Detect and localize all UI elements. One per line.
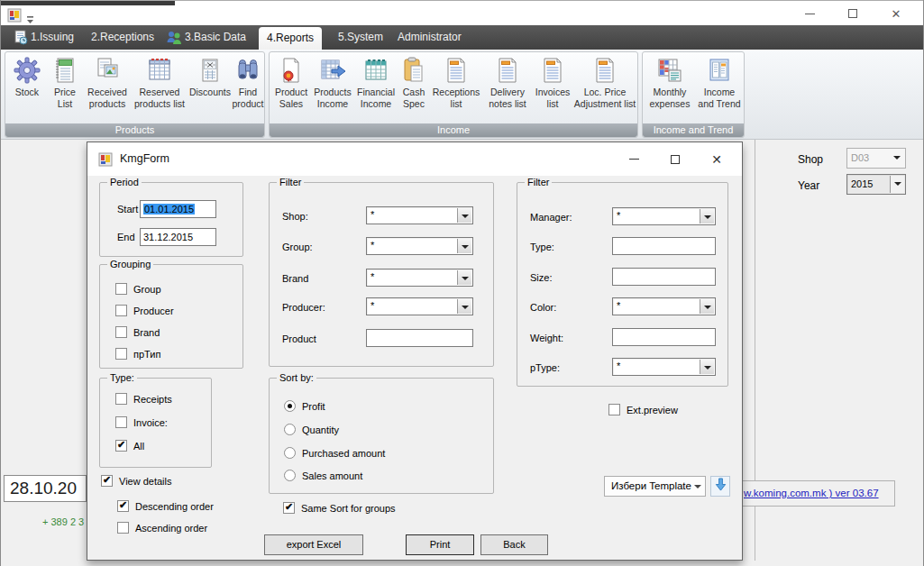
ribbon-item-loc-price-adjustment-list[interactable]: Loc. Price Adjustment list [572, 56, 637, 110]
combo-arrow[interactable] [457, 208, 471, 223]
ribbon-item-discounts[interactable]: Discounts [188, 56, 233, 98]
ribbon-item-label: Product Sales [275, 87, 307, 109]
ribbon-item-monthly-expenses[interactable]: Monthly expenses [645, 56, 695, 110]
producer-checkbox[interactable] [115, 305, 127, 316]
view-details-label[interactable]: View details [119, 475, 172, 488]
quantity-radio-label[interactable]: Quantity [302, 424, 339, 436]
template-dropdown[interactable]: Избери Template [604, 476, 706, 497]
website-link[interactable]: w.koming.com.mk ) ver 03.67 [744, 488, 879, 498]
tab-receptions[interactable]: 2.Receptions [91, 25, 154, 50]
invoice-checkbox[interactable] [115, 416, 127, 428]
same-sort-checkbox[interactable] [283, 502, 295, 514]
group-filter-combobox[interactable]: * [366, 237, 473, 255]
invoice-checkbox-label[interactable]: Invoice: [133, 416, 168, 429]
brand-filter-value: * [371, 271, 374, 282]
back-button[interactable]: Back [480, 534, 548, 555]
print-button[interactable]: Print [406, 534, 474, 555]
dialog-close-button[interactable]: ✕ [699, 142, 735, 176]
descending-order-checkbox[interactable] [117, 500, 129, 512]
purchased-amount-radio[interactable] [284, 447, 296, 459]
ribbon-item-stock[interactable]: Stock [7, 56, 47, 98]
weight-filter-field[interactable] [612, 328, 716, 346]
combo-arrow[interactable] [457, 270, 471, 285]
document-list-icon [430, 56, 482, 85]
manager-filter-combobox[interactable]: * [612, 207, 716, 225]
all-checkbox-label[interactable]: All [133, 440, 144, 452]
size-filter-field[interactable] [612, 268, 716, 286]
start-date-field[interactable]: 01.01.2015 [140, 200, 216, 218]
shop-filter-combobox[interactable]: * [366, 206, 473, 224]
receipts-checkbox-label[interactable]: Receipts [133, 393, 172, 406]
load-template-button[interactable] [710, 476, 730, 497]
combo-arrow[interactable] [457, 239, 471, 253]
producer-filter-combobox[interactable]: * [366, 297, 473, 315]
group-checkbox[interactable] [115, 283, 127, 295]
table-teal-icon [354, 56, 398, 85]
ascending-order-label[interactable]: Ascending order [135, 522, 207, 534]
profit-radio[interactable] [284, 400, 296, 412]
tab-system[interactable]: 5.System [338, 25, 383, 50]
combo-arrow[interactable] [700, 360, 714, 374]
view-details-checkbox[interactable] [101, 475, 113, 487]
sales-amount-radio[interactable] [284, 470, 296, 481]
producer-checkbox-label[interactable]: Producer [133, 305, 174, 317]
ptype-filter-combobox[interactable]: * [612, 358, 716, 376]
type-filter-field[interactable] [612, 237, 716, 255]
combo-arrow[interactable] [457, 299, 471, 314]
ribbon-item-product-sales[interactable]: Product Sales [271, 56, 311, 110]
ext-preview-checkbox[interactable] [608, 404, 620, 415]
ribbon-item-invoices-list[interactable]: Invoices list [533, 56, 572, 110]
producer-filter-label: Producer: [282, 301, 325, 314]
brand-checkbox-label[interactable]: Brand [133, 326, 160, 339]
group-checkbox-label[interactable]: Group [133, 283, 161, 296]
ribbon-item-products-income[interactable]: Products Income [311, 56, 354, 110]
ribbon-item-price-list[interactable]: Price List [47, 56, 83, 110]
purchased-amount-radio-label[interactable]: Purchased amount [302, 447, 385, 460]
tab-basic-data[interactable]: 3.Basic Data [185, 25, 246, 50]
ribbon-item-label: Discounts [189, 87, 231, 97]
prtip-checkbox[interactable] [115, 348, 127, 360]
profit-radio-label[interactable]: Profit [302, 400, 325, 413]
prtip-checkbox-label[interactable]: прТип [133, 348, 160, 361]
all-checkbox[interactable] [115, 440, 127, 452]
ribbon-item-delivery-notes-list[interactable]: Delivery notes list [482, 56, 533, 110]
ribbon-item-income-and-trend[interactable]: Income and Trend [695, 56, 744, 110]
ascending-order-checkbox[interactable] [117, 522, 129, 534]
maximize-button[interactable] [837, 1, 868, 26]
tab-issuing[interactable]: 1.Issuing [31, 25, 74, 50]
color-filter-combobox[interactable]: * [612, 297, 716, 315]
minimize-button[interactable] [794, 1, 825, 26]
date-field[interactable]: 28.10.20 [4, 475, 87, 502]
brand-checkbox[interactable] [115, 326, 127, 338]
ext-preview-label[interactable]: Ext.preview [627, 404, 678, 416]
ribbon-group-products: Stock Price List [5, 51, 265, 138]
combo-arrow[interactable] [700, 209, 714, 224]
product-filter-field[interactable] [366, 329, 473, 347]
kmgform-dialog: KmgForm ✕ Period Start 01.01.2015 End 31… [87, 142, 743, 561]
brand-filter-combobox[interactable]: * [366, 269, 473, 287]
ribbon-item-cash-spec[interactable]: Cash Spec [398, 56, 430, 110]
receipts-checkbox[interactable] [115, 393, 127, 405]
same-sort-label[interactable]: Same Sort for groups [301, 502, 396, 515]
quantity-radio[interactable] [284, 424, 296, 435]
ribbon-group-income: Product Sales Products Income [269, 51, 638, 138]
export-excel-button[interactable]: export Excel [264, 534, 363, 555]
ribbon-item-received-products[interactable]: Received products [83, 56, 132, 110]
color-filter-label: Color: [530, 301, 556, 314]
tab-reports-selected[interactable]: 4.Reports [259, 27, 322, 50]
document-list-icon [533, 56, 572, 85]
descending-order-label[interactable]: Descending order [135, 500, 214, 513]
sales-amount-radio-label[interactable]: Sales amount [302, 470, 362, 482]
end-date-field[interactable]: 31.12.2015 [140, 228, 216, 246]
year-combobox[interactable]: 2015 [846, 174, 906, 195]
shop-combobox[interactable]: D03 [846, 148, 906, 169]
ribbon-item-financial-income[interactable]: Financial Income [354, 56, 398, 110]
ribbon-item-find-product[interactable]: Find product [231, 56, 265, 110]
ribbon-item-receptions-list[interactable]: Receptions list [430, 56, 482, 110]
combo-arrow[interactable] [700, 299, 714, 314]
dialog-minimize-button[interactable] [616, 142, 652, 176]
dialog-maximize-button[interactable] [657, 142, 693, 176]
tab-administrator[interactable]: Administrator [398, 25, 462, 50]
ribbon-item-reserved-products-list[interactable]: Reserved products list [132, 56, 188, 110]
close-button[interactable]: ✕ [881, 1, 911, 26]
